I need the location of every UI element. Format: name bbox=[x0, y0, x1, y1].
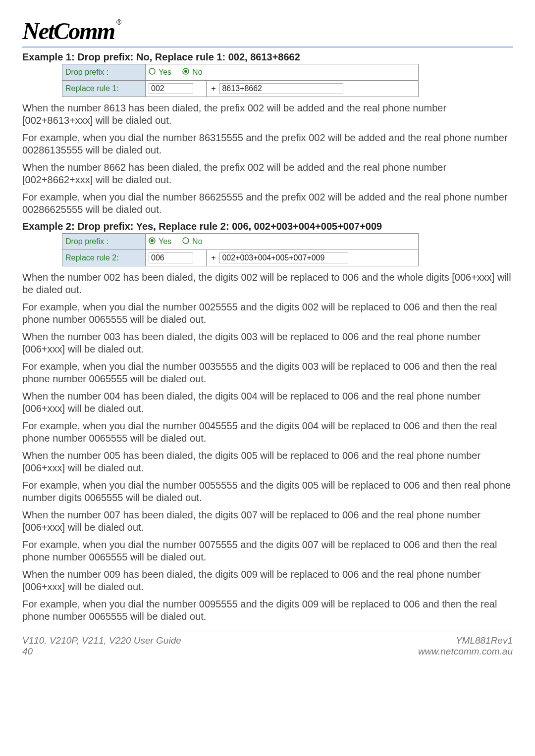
footer-revision: YML881Rev1 bbox=[418, 635, 513, 646]
replace-rule2-label: Replace rule 2: bbox=[62, 250, 146, 266]
body-text: For example, when you dial the number 00… bbox=[22, 360, 513, 385]
body-text: When the number 003 has been dialed, the… bbox=[22, 331, 513, 355]
body-text: When the number 8613 has been dialed, th… bbox=[22, 102, 513, 127]
radio-yes-label2: Yes bbox=[159, 237, 171, 246]
radio-no-label: No bbox=[192, 68, 202, 77]
footer-url: www.netcomm.com.au bbox=[418, 646, 513, 657]
footer-doc-title: V110, V210P, V211, V220 User Guide bbox=[22, 635, 181, 646]
body-text: When the number 007 has been dialed, the… bbox=[22, 509, 513, 534]
radio-yes-label: Yes bbox=[159, 68, 171, 77]
body-text: For example, when you dial the number 00… bbox=[22, 598, 513, 623]
registered-mark: ® bbox=[116, 18, 121, 26]
drop-prefix-label2: Drop prefix : bbox=[62, 234, 146, 250]
example1-form: Drop prefix : Yes No Replace rule 1: bbox=[62, 64, 419, 97]
replace-rule1-values-input[interactable]: 8613+8662 bbox=[219, 83, 343, 94]
body-text: When the number 005 has been dialed, the… bbox=[22, 450, 513, 474]
header-divider bbox=[22, 47, 513, 48]
replace-rule2-prefix-input[interactable]: 006 bbox=[149, 252, 193, 263]
radio-no-label2: No bbox=[192, 237, 202, 246]
footer-page-number: 40 bbox=[22, 646, 181, 657]
body-text: For example, when you dial the number 00… bbox=[22, 301, 513, 326]
radio-yes-ex2[interactable] bbox=[149, 237, 156, 246]
logo-text: NetComm bbox=[22, 17, 114, 45]
drop-prefix-label: Drop prefix : bbox=[62, 64, 146, 81]
body-text: For example, when you dial the number 86… bbox=[22, 132, 513, 156]
svg-point-0 bbox=[149, 68, 155, 74]
radio-no-ex1[interactable] bbox=[182, 68, 189, 77]
plus-icon: + bbox=[210, 253, 217, 262]
body-text: For example, when you dial the number 00… bbox=[22, 420, 513, 445]
svg-point-4 bbox=[151, 239, 154, 242]
brand-logo: NetComm ® bbox=[22, 17, 513, 45]
radio-yes-ex1[interactable] bbox=[149, 68, 156, 77]
body-text: When the number 8662 has been dialed, th… bbox=[22, 161, 513, 186]
replace-rule1-label: Replace rule 1: bbox=[62, 81, 146, 97]
body-text: When the number 002 has been dialed, the… bbox=[22, 271, 513, 296]
svg-point-5 bbox=[183, 238, 189, 244]
example2-form: Drop prefix : Yes No Replace rule 2: bbox=[62, 233, 419, 266]
svg-point-2 bbox=[184, 70, 187, 73]
body-text: When the number 009 has been dialed, the… bbox=[22, 568, 513, 593]
replace-rule1-prefix-input[interactable]: 002 bbox=[149, 83, 193, 94]
body-text: When the number 004 has been dialed, the… bbox=[22, 390, 513, 415]
replace-rule2-values-input[interactable]: 002+003+004+005+007+009 bbox=[219, 252, 348, 263]
radio-no-ex2[interactable] bbox=[182, 237, 189, 246]
example2-heading: Example 2: Drop prefix: Yes, Replace rul… bbox=[22, 221, 513, 232]
page-footer: V110, V210P, V211, V220 User Guide 40 YM… bbox=[22, 632, 513, 657]
body-text: For example, when you dial the number 00… bbox=[22, 479, 513, 504]
plus-icon: + bbox=[210, 84, 217, 93]
body-text: For example, when you dial the number 86… bbox=[22, 191, 513, 216]
example1-heading: Example 1: Drop prefix: No, Replace rule… bbox=[22, 51, 513, 63]
body-text: For example, when you dial the number 00… bbox=[22, 539, 513, 563]
